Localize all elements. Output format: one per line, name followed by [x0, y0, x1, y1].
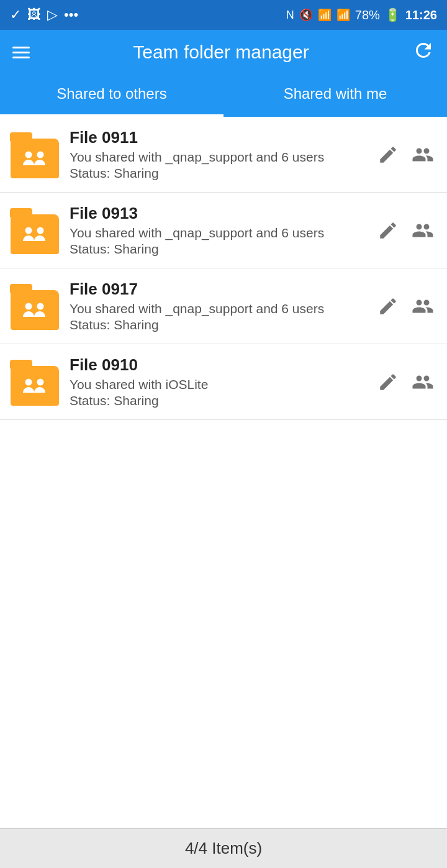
folder-icon-2 — [10, 281, 60, 331]
check-icon: ✓ — [10, 7, 21, 23]
svg-point-5 — [37, 303, 44, 309]
volume-icon: 🔇 — [299, 8, 313, 22]
edit-button-0[interactable] — [374, 140, 402, 169]
svg-point-3 — [37, 227, 44, 234]
svg-point-0 — [25, 151, 32, 158]
svg-point-2 — [25, 227, 32, 234]
wifi-icon: 📶 — [318, 8, 332, 22]
tab-shared-to-others[interactable]: Shared to others — [0, 75, 224, 117]
tab-bar: Shared to others Shared with me — [0, 75, 447, 117]
folder-icon-0 — [10, 130, 60, 180]
file-shared-with-3: You shared with iOSLite — [70, 377, 374, 392]
footer: 4/4 Item(s) — [0, 828, 447, 868]
status-bar-right: N 🔇 📶 📶 78% 🔋 11:26 — [286, 7, 437, 22]
edit-button-3[interactable] — [374, 368, 402, 396]
battery-text: 78% — [355, 8, 380, 22]
file-shared-with-0: You shared with _qnap_support and 6 user… — [70, 150, 374, 165]
folder-icon-1 — [10, 206, 60, 255]
app-bar: Team folder manager — [0, 30, 447, 75]
svg-point-6 — [25, 378, 32, 385]
file-info-1: File 0913 You shared with _qnap_support … — [70, 204, 374, 257]
image-icon: 🖼 — [27, 7, 41, 23]
file-status-0: Status: Sharing — [70, 166, 374, 181]
file-actions-1 — [374, 216, 437, 245]
file-actions-3 — [374, 368, 437, 396]
svg-point-4 — [25, 303, 32, 309]
file-name-0: File 0911 — [70, 128, 374, 147]
list-item: File 0917 You shared with _qnap_support … — [0, 268, 447, 344]
share-button-1[interactable] — [409, 216, 437, 245]
file-list: File 0911 You shared with _qnap_support … — [0, 117, 447, 828]
folder-users-icon — [23, 377, 47, 398]
list-item: File 0910 You shared with iOSLite Status… — [0, 344, 447, 420]
folder-users-icon — [23, 225, 47, 247]
menu-button[interactable] — [12, 47, 30, 58]
svg-point-1 — [37, 151, 44, 158]
file-info-0: File 0911 You shared with _qnap_support … — [70, 128, 374, 181]
file-status-3: Status: Sharing — [70, 393, 374, 408]
network-icon: N — [286, 9, 294, 22]
status-bar-left: ✓ 🖼 ▷ ••• — [10, 7, 78, 23]
folder-users-icon — [23, 149, 47, 171]
tab-shared-with-me-label: Shared with me — [284, 85, 387, 103]
tab-shared-to-others-label: Shared to others — [56, 85, 166, 103]
file-name-1: File 0913 — [70, 204, 374, 223]
media-icon: ▷ — [47, 7, 58, 23]
share-button-2[interactable] — [409, 292, 437, 321]
refresh-button[interactable] — [412, 39, 435, 66]
file-status-1: Status: Sharing — [70, 242, 374, 257]
item-count: 4/4 Item(s) — [185, 839, 262, 858]
svg-point-7 — [37, 378, 44, 385]
file-info-3: File 0910 You shared with iOSLite Status… — [70, 355, 374, 408]
time-display: 11:26 — [405, 8, 437, 22]
more-icon: ••• — [64, 7, 78, 23]
file-name-3: File 0910 — [70, 355, 374, 375]
signal-icon: 📶 — [336, 8, 350, 22]
share-button-3[interactable] — [409, 368, 437, 396]
list-item: File 0913 You shared with _qnap_support … — [0, 193, 447, 268]
file-shared-with-1: You shared with _qnap_support and 6 user… — [70, 226, 374, 240]
battery-icon: 🔋 — [385, 7, 400, 22]
folder-users-icon — [23, 301, 47, 322]
file-actions-2 — [374, 292, 437, 321]
file-name-2: File 0917 — [70, 280, 374, 299]
file-actions-0 — [374, 140, 437, 169]
file-shared-with-2: You shared with _qnap_support and 6 user… — [70, 301, 374, 316]
app-title: Team folder manager — [30, 42, 412, 63]
list-item: File 0911 You shared with _qnap_support … — [0, 117, 447, 193]
edit-button-2[interactable] — [374, 292, 402, 321]
share-button-0[interactable] — [409, 140, 437, 169]
folder-icon-3 — [10, 357, 60, 407]
edit-button-1[interactable] — [374, 216, 402, 245]
tab-shared-with-me[interactable]: Shared with me — [224, 75, 447, 117]
file-status-2: Status: Sharing — [70, 318, 374, 332]
file-info-2: File 0917 You shared with _qnap_support … — [70, 280, 374, 332]
status-bar: ✓ 🖼 ▷ ••• N 🔇 📶 📶 78% 🔋 11:26 — [0, 0, 447, 30]
